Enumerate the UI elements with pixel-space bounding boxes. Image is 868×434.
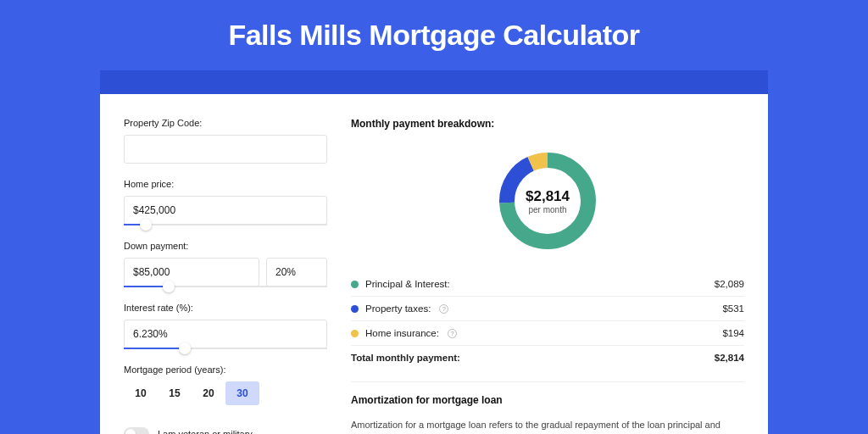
donut-sub: per month: [528, 205, 566, 214]
info-icon-insurance[interactable]: ?: [448, 329, 457, 338]
breakdown-value-total: $2,814: [715, 353, 744, 363]
page-title: Falls Mills Mortgage Calculator: [0, 0, 868, 70]
breakdown-value-principal: $2,089: [715, 279, 744, 289]
breakdown-label-total: Total monthly payment:: [351, 353, 460, 363]
info-icon-taxes[interactable]: ?: [439, 304, 448, 314]
interest-rate-slider[interactable]: [124, 348, 327, 349]
calculator-card: Property Zip Code: Home price: $425,000 …: [100, 94, 768, 434]
breakdown-label-taxes: Property taxes:: [365, 303, 431, 314]
donut-chart-container: $2,814 per month: [351, 142, 744, 260]
breakdown-value-insurance: $194: [722, 328, 744, 338]
breakdown-row-principal: Principal & Interest: $2,089: [351, 272, 744, 296]
veteran-toggle-knob: [125, 429, 136, 434]
interest-rate-slider-thumb[interactable]: [179, 342, 191, 354]
donut-center: $2,814 per month: [497, 150, 598, 252]
dot-principal-icon: [351, 281, 359, 288]
home-price-label: Home price:: [124, 179, 327, 189]
form-column: Property Zip Code: Home price: $425,000 …: [124, 118, 327, 434]
period-btn-30[interactable]: 30: [225, 381, 259, 405]
down-payment-slider[interactable]: [124, 286, 327, 287]
amortization-section: Amortization for mortgage loan Amortizat…: [351, 381, 744, 434]
veteran-label: I am veteran or military: [158, 429, 253, 434]
home-price-slider[interactable]: [124, 224, 327, 225]
interest-rate-label: Interest rate (%):: [124, 303, 327, 313]
breakdown-column: Monthly payment breakdown: $2,814 per mo…: [351, 118, 744, 434]
down-payment-slider-thumb[interactable]: [163, 281, 175, 292]
interest-rate-input[interactable]: 6.230%: [124, 320, 327, 348]
veteran-toggle[interactable]: [124, 427, 149, 434]
zip-field-group: Property Zip Code:: [124, 118, 327, 164]
breakdown-label-principal: Principal & Interest:: [365, 279, 450, 289]
period-btn-15[interactable]: 15: [158, 381, 192, 405]
down-payment-label: Down payment:: [124, 241, 327, 251]
zip-input[interactable]: [124, 135, 327, 164]
dot-taxes-icon: [351, 305, 359, 313]
period-btn-10[interactable]: 10: [124, 381, 158, 405]
breakdown-heading: Monthly payment breakdown:: [351, 118, 744, 130]
breakdown-value-taxes: $531: [722, 303, 744, 314]
donut-chart: $2,814 per month: [497, 150, 598, 252]
zip-label: Property Zip Code:: [124, 118, 327, 128]
home-price-field-group: Home price: $425,000: [124, 179, 327, 225]
period-label: Mortgage period (years):: [124, 364, 327, 375]
breakdown-row-insurance: Home insurance: ? $194: [351, 320, 744, 345]
down-payment-pct-input[interactable]: 20%: [266, 258, 327, 287]
interest-rate-slider-fill: [124, 348, 185, 349]
down-payment-amount-input[interactable]: $85,000: [124, 258, 259, 287]
interest-rate-field-group: Interest rate (%): 6.230%: [124, 303, 327, 349]
period-btn-20[interactable]: 20: [192, 381, 225, 405]
donut-amount: $2,814: [526, 188, 570, 205]
period-field-group: Mortgage period (years): 10 15 20 30: [124, 364, 327, 405]
down-payment-field-group: Down payment: $85,000 20%: [124, 241, 327, 287]
veteran-toggle-row: I am veteran or military: [124, 427, 327, 434]
period-buttons: 10 15 20 30: [124, 381, 327, 405]
home-price-slider-thumb[interactable]: [140, 219, 152, 231]
subheader-bar: [100, 70, 768, 94]
breakdown-row-taxes: Property taxes: ? $531: [351, 296, 744, 320]
amortization-heading: Amortization for mortgage loan: [351, 394, 744, 406]
amortization-text: Amortization for a mortgage loan refers …: [351, 418, 744, 434]
breakdown-label-insurance: Home insurance:: [365, 328, 439, 338]
breakdown-row-total: Total monthly payment: $2,814: [351, 345, 744, 370]
dot-insurance-icon: [351, 330, 359, 337]
home-price-input[interactable]: $425,000: [124, 196, 327, 225]
